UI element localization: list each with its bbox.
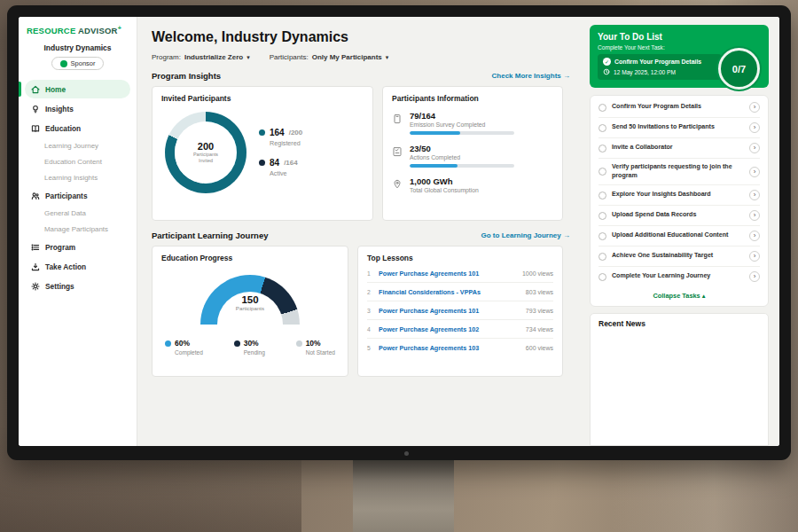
legend-dot-not-started xyxy=(296,340,302,347)
lesson-link[interactable]: Power Purchase Agreements 101 xyxy=(379,307,520,315)
lesson-row: 4 Power Purchase Agreements 102 734 view… xyxy=(367,320,553,339)
sidebar-item-participants[interactable]: Participants xyxy=(25,186,130,205)
task-row[interactable]: Explore Your Insights Dashboard › xyxy=(598,185,760,206)
next-task-pill[interactable]: ✓ Confirm Your Program Details 12 May 20… xyxy=(598,54,722,80)
lesson-views: 803 views xyxy=(526,289,553,295)
sidebar-item-education[interactable]: Education xyxy=(25,119,130,137)
task-checkbox[interactable] xyxy=(598,124,606,132)
legend-value: 60% xyxy=(175,339,190,348)
sidebar-item-manage-participants[interactable]: Manage Participants xyxy=(25,222,130,237)
lesson-link[interactable]: Power Purchase Agreements 102 xyxy=(379,325,520,333)
task-label: Verify participants requesting to join t… xyxy=(612,163,744,180)
card-title: Invited Participants xyxy=(161,94,364,103)
collapse-tasks-link[interactable]: Collapse Tasks ▴ xyxy=(598,286,760,302)
pin-icon xyxy=(392,177,403,188)
sidebar-item-label: Home xyxy=(45,85,66,94)
task-checkbox[interactable] xyxy=(598,273,606,281)
task-checkbox[interactable] xyxy=(598,104,606,112)
chevron-right-icon[interactable]: › xyxy=(749,122,760,133)
invited-participants-card: Invited Participants 200 Participants In… xyxy=(152,86,373,221)
sidebar-item-program[interactable]: Program xyxy=(25,238,130,256)
lesson-link[interactable]: Financial Considerations - VPPAs xyxy=(379,288,520,296)
task-checkbox[interactable] xyxy=(598,212,606,220)
legend-label: Not Started xyxy=(306,349,335,356)
top-lessons-card: Top Lessons 1 Power Purchase Agreements … xyxy=(357,246,563,377)
sidebar-item-label: Settings xyxy=(45,282,74,291)
legend-active: 84 /164 Active xyxy=(259,158,302,177)
learning-cards-row: Education Progress 150 Participants 60 xyxy=(152,246,572,377)
task-row[interactable]: Send 50 Invitations to Participants › xyxy=(598,118,760,138)
task-row[interactable]: Verify participants requesting to join t… xyxy=(598,159,760,185)
chevron-right-icon[interactable]: › xyxy=(749,143,760,153)
lesson-link[interactable]: Power Purchase Agreements 101 xyxy=(379,270,516,278)
lesson-rank: 4 xyxy=(367,326,372,332)
due-date: 12 May 2025, 12:00 PM xyxy=(614,69,676,75)
emission-survey-row: 79/164 Emission Survey Completed xyxy=(392,111,553,135)
sponsor-label: Sponsor xyxy=(71,59,96,67)
monitor-bezel: RESOURCE ADVISOR+ Industry Dynamics Spon… xyxy=(7,5,791,460)
page-title: Welcome, Industry Dynamics xyxy=(152,29,572,45)
recent-news-card: Recent News xyxy=(590,313,769,446)
sidebar-item-insights[interactable]: Insights xyxy=(25,99,130,118)
sidebar-item-learning-journey[interactable]: Learning Journey xyxy=(25,138,130,153)
sidebar-item-home[interactable]: Home xyxy=(25,80,130,98)
check-more-insights-link[interactable]: Check More Insights → xyxy=(492,72,570,80)
task-checkbox[interactable] xyxy=(598,192,606,200)
learning-journey-header: Participant Learning Journey Go to Learn… xyxy=(152,231,570,240)
chevron-right-icon[interactable]: › xyxy=(749,271,760,282)
section-title-program-insights: Program Insights xyxy=(152,71,221,81)
metric-value: 23/50 xyxy=(410,144,514,153)
emission-progress-bar xyxy=(410,131,514,135)
lesson-rank: 1 xyxy=(367,270,372,277)
filter-bar: Program: Industrialize Zero ▾ Participan… xyxy=(152,53,572,61)
actions-completed-row: 23/50 Actions Completed xyxy=(392,144,553,168)
people-icon xyxy=(30,191,40,200)
legend-dot-completed xyxy=(165,340,171,347)
sidebar-item-settings[interactable]: Settings xyxy=(25,277,130,295)
program-filter-label: Program: xyxy=(152,53,181,61)
chevron-right-icon[interactable]: › xyxy=(749,231,760,241)
sponsor-badge[interactable]: Sponsor xyxy=(51,57,105,70)
task-row[interactable]: Upload Additional Educational Content › xyxy=(598,226,760,246)
lesson-link[interactable]: Power Purchase Agreements 103 xyxy=(379,344,520,352)
chevron-right-icon[interactable]: › xyxy=(749,102,760,113)
sidebar-item-label: Insights xyxy=(45,105,74,113)
chevron-right-icon[interactable]: › xyxy=(749,167,760,177)
sidebar-item-general-data[interactable]: General Data xyxy=(25,206,130,221)
task-label: Upload Spend Data Records xyxy=(612,211,744,220)
check-icon: ✓ xyxy=(603,58,611,66)
home-icon xyxy=(30,84,40,94)
participants-filter[interactable]: Participants: Only My Participants ▾ xyxy=(270,53,389,61)
chevron-down-icon: ▾ xyxy=(386,54,389,61)
chevron-right-icon[interactable]: › xyxy=(749,210,760,221)
task-row[interactable]: Achieve One Sustainability Target › xyxy=(598,246,760,267)
sidebar-item-label: Learning Journey xyxy=(44,142,98,150)
insights-cards-row: Invited Participants 200 Participants In… xyxy=(152,86,572,221)
chevron-right-icon[interactable]: › xyxy=(749,190,760,200)
chevron-right-icon[interactable]: › xyxy=(749,251,760,262)
task-checkbox[interactable] xyxy=(598,168,606,176)
metric-value: 79/164 xyxy=(410,111,514,121)
sidebar-item-label: Learning Insights xyxy=(44,174,98,182)
lesson-views: 1000 views xyxy=(522,270,553,277)
task-row[interactable]: Complete Your Learning Journey › xyxy=(598,267,760,286)
lesson-rank: 5 xyxy=(367,345,372,351)
task-row[interactable]: Confirm Your Program Details › xyxy=(598,98,760,118)
book-icon xyxy=(30,123,40,133)
arrow-right-icon: → xyxy=(563,231,570,239)
program-filter[interactable]: Program: Industrialize Zero ▾ xyxy=(152,53,250,61)
go-to-learning-journey-link[interactable]: Go to Learning Journey → xyxy=(481,231,570,239)
sidebar-item-education-content[interactable]: Education Content xyxy=(25,154,130,169)
task-checkbox[interactable] xyxy=(598,232,606,240)
sidebar-item-take-action[interactable]: Take Action xyxy=(25,257,130,276)
legend-label: Active xyxy=(270,169,302,177)
invited-donut: 200 Participants Invited xyxy=(165,112,246,193)
task-row[interactable]: Upload Spend Data Records › xyxy=(598,206,760,226)
task-checkbox[interactable] xyxy=(598,253,606,261)
task-row[interactable]: Invite a Collaborator › xyxy=(598,138,760,159)
donut-center-value: 200 xyxy=(198,141,214,152)
task-checkbox[interactable] xyxy=(598,145,606,153)
metric-label: Emission Survey Completed xyxy=(410,121,514,128)
sidebar-item-learning-insights[interactable]: Learning Insights xyxy=(25,170,130,185)
list-icon xyxy=(30,242,40,252)
